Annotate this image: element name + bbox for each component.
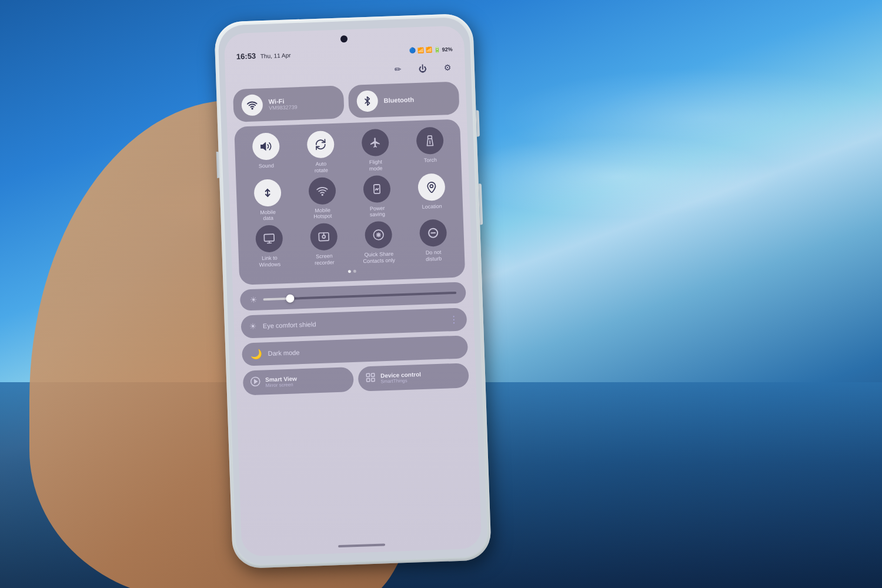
mobile-data-label: Mobiledata xyxy=(260,209,276,222)
svg-marker-19 xyxy=(255,380,258,383)
power-saving-label: Powersaving xyxy=(369,205,385,218)
svg-marker-1 xyxy=(260,143,265,150)
svg-point-8 xyxy=(430,185,433,188)
device-control-icon xyxy=(365,372,376,386)
location-label: Location xyxy=(422,203,442,210)
toggle-location[interactable]: Location xyxy=(405,172,458,217)
svg-point-5 xyxy=(322,194,323,195)
dnd-icon xyxy=(419,219,447,248)
dark-mode-tile[interactable]: 🌙 Dark mode xyxy=(242,335,468,366)
toggle-hotspot[interactable]: MobileHotspot xyxy=(295,176,349,221)
toggle-torch[interactable]: Torch xyxy=(403,126,456,171)
wifi-tile-text: Wi-Fi VM9832739 xyxy=(268,97,297,111)
settings-button[interactable]: ⚙ xyxy=(439,59,456,76)
svg-rect-21 xyxy=(371,373,374,376)
bluetooth-label: Bluetooth xyxy=(384,96,415,104)
status-date: Thu, 11 Apr xyxy=(260,52,291,59)
eye-comfort-left: ☀ Eye comfort shield xyxy=(249,320,316,332)
hotspot-label: MobileHotspot xyxy=(313,207,332,220)
svg-rect-20 xyxy=(366,373,369,376)
quick-toggles-container: Sound xyxy=(234,119,465,285)
edit-button[interactable]: ✏ xyxy=(389,61,406,78)
svg-rect-9 xyxy=(264,234,274,241)
home-indicator[interactable] xyxy=(338,543,385,547)
power-saving-icon xyxy=(363,175,391,203)
toggle-dnd[interactable]: Do notdisturb xyxy=(406,219,460,263)
wifi-tile[interactable]: Wi-Fi VM9832739 xyxy=(233,85,345,122)
quick-settings-panel: ✏ ⏻ ⚙ xyxy=(225,56,481,545)
screen-recorder-icon xyxy=(309,223,338,251)
bluetooth-icon xyxy=(356,90,378,112)
toggle-flight-mode[interactable]: Flightmode xyxy=(348,128,402,173)
toggle-quick-share[interactable]: Quick ShareContacts only xyxy=(352,220,405,265)
device-control-text: Device control SmartThings xyxy=(380,371,422,384)
svg-rect-22 xyxy=(366,378,369,381)
volume-down-button[interactable] xyxy=(216,152,220,178)
eye-comfort-label: Eye comfort shield xyxy=(263,321,316,330)
svg-point-0 xyxy=(252,108,253,109)
device-control-tile[interactable]: Device control SmartThings xyxy=(358,363,469,392)
brightness-thumb[interactable] xyxy=(286,294,294,302)
bluetooth-status-icon: 🔵 xyxy=(409,48,416,54)
toggle-mobile-data[interactable]: Mobiledata xyxy=(240,178,294,223)
flight-mode-icon xyxy=(361,129,389,157)
toggle-auto-rotate[interactable]: Autorotate xyxy=(293,130,347,175)
auto-rotate-icon xyxy=(306,131,335,159)
auto-rotate-label: Autorotate xyxy=(314,161,328,173)
screen-recorder-label: Screenrecorder xyxy=(314,253,334,266)
location-icon xyxy=(417,173,446,201)
toggle-link-windows[interactable]: Link toWindows xyxy=(242,225,296,269)
pagination-dot-2 xyxy=(353,270,356,273)
link-windows-icon xyxy=(255,225,283,253)
wifi-status-icon: 📶 xyxy=(417,47,424,53)
power-menu-button[interactable]: ⏻ xyxy=(414,60,431,77)
smart-view-tile[interactable]: Smart View Mirror screen xyxy=(243,367,354,396)
toggle-screen-recorder[interactable]: Screenrecorder xyxy=(297,222,350,267)
phone-device: 16:53 Thu, 11 Apr 🔵 📶 📶 🔋 92% xyxy=(214,14,492,569)
sound-label: Sound xyxy=(259,163,274,170)
bluetooth-tile-text: Bluetooth xyxy=(384,96,415,104)
status-icons: 🔵 📶 📶 🔋 92% xyxy=(409,46,453,54)
svg-rect-2 xyxy=(427,136,432,139)
smart-view-icon xyxy=(250,376,261,389)
torch-label: Torch xyxy=(424,157,437,164)
brightness-track[interactable] xyxy=(263,292,456,300)
battery-icon: 🔋 xyxy=(434,46,440,52)
flight-mode-label: Flightmode xyxy=(369,159,382,172)
dark-mode-icon: 🌙 xyxy=(250,348,262,360)
smart-view-text: Smart View Mirror screen xyxy=(265,375,297,388)
pagination-dot-1 xyxy=(348,270,351,273)
sound-icon xyxy=(252,132,280,161)
wifi-icon xyxy=(241,94,263,116)
brightness-icon: ☀ xyxy=(249,295,258,304)
smart-view-sublabel: Mirror screen xyxy=(265,382,297,388)
link-windows-label: Link toWindows xyxy=(259,255,280,268)
quick-share-icon xyxy=(364,221,392,249)
eye-comfort-icon: ☀ xyxy=(249,322,258,331)
battery-percent: 92% xyxy=(442,46,453,52)
phone-body: 16:53 Thu, 11 Apr 🔵 📶 📶 🔋 92% xyxy=(218,17,488,565)
hotspot-icon xyxy=(308,177,336,205)
wifi-network-name: VM9832739 xyxy=(269,104,298,111)
status-time: 16:53 Thu, 11 Apr xyxy=(236,50,291,61)
device-control-sublabel: SmartThings xyxy=(380,377,421,384)
bluetooth-tile[interactable]: Bluetooth xyxy=(348,82,460,119)
eye-comfort-more-icon[interactable]: ⋮ xyxy=(449,314,459,326)
signal-icon: 📶 xyxy=(426,47,432,53)
phone-screen: 16:53 Thu, 11 Apr 🔵 📶 📶 🔋 92% xyxy=(224,25,482,557)
torch-icon xyxy=(416,126,444,155)
brightness-slider-row[interactable]: ☀ xyxy=(240,282,466,310)
quick-toggles-grid: Sound xyxy=(239,126,460,269)
toggle-sound[interactable]: Sound xyxy=(239,132,293,176)
mobile-data-icon xyxy=(253,179,282,207)
dnd-label: Do notdisturb xyxy=(426,249,442,263)
dark-mode-label: Dark mode xyxy=(268,349,299,358)
connectivity-row: Wi-Fi VM9832739 Bluetooth xyxy=(233,82,460,122)
svg-rect-23 xyxy=(372,378,375,381)
toggle-power-saving[interactable]: Powersaving xyxy=(350,175,403,219)
quick-share-label: Quick ShareContacts only xyxy=(363,251,395,265)
bottom-tiles-row: Smart View Mirror screen xyxy=(243,363,469,395)
phone-frame: 16:53 Thu, 11 Apr 🔵 📶 📶 🔋 92% xyxy=(214,14,492,569)
eye-comfort-tile[interactable]: ☀ Eye comfort shield ⋮ xyxy=(240,308,467,338)
